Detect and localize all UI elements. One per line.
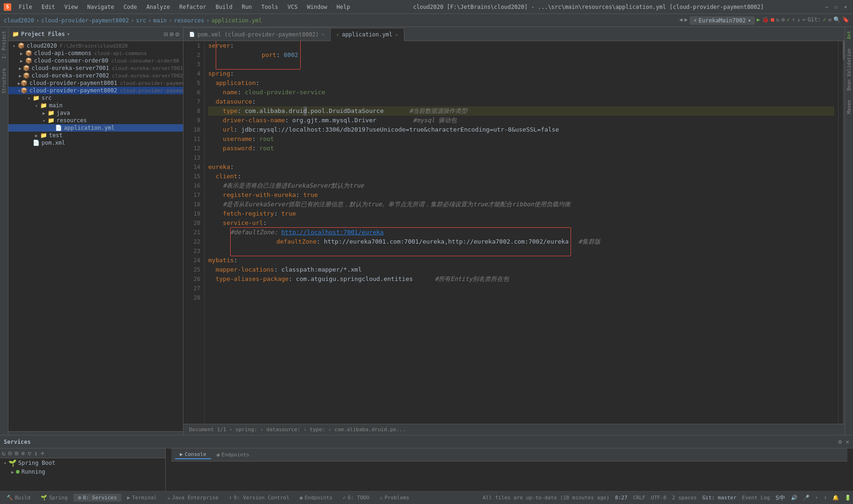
taskbar-problems[interactable]: ⚠ Problems bbox=[375, 494, 414, 502]
tab-endpoints[interactable]: ◉ Endpoints bbox=[212, 451, 254, 459]
menu-view[interactable]: View bbox=[61, 3, 82, 11]
minimap-scrollbar[interactable] bbox=[838, 41, 845, 424]
status-indent[interactable]: 2 spaces bbox=[672, 495, 697, 501]
tree-item-payment8002[interactable]: ▾ 📦 cloud-provider-payment8002 cloud-pro… bbox=[8, 87, 183, 94]
status-charset[interactable]: UTF-8 bbox=[651, 495, 666, 501]
status-line-ending[interactable]: CRLF bbox=[633, 495, 646, 501]
menu-vcs[interactable]: VCS bbox=[284, 3, 302, 11]
menu-analyze[interactable]: Analyze bbox=[142, 3, 174, 11]
tree-item-payment8001[interactable]: ▶ 📦 cloud-provider-payment8001 cloud-pro… bbox=[8, 79, 183, 87]
menu-refactor[interactable]: Refactor bbox=[176, 3, 210, 11]
menu-bar[interactable]: File Edit View Navigate Code Analyze Ref… bbox=[15, 3, 354, 11]
git-compare-icon[interactable]: ⇄ bbox=[828, 16, 832, 25]
taskbar-build[interactable]: 🔨 Build bbox=[2, 494, 35, 502]
stop-button[interactable]: ■ bbox=[771, 16, 774, 25]
tree-item-src[interactable]: ▾ 📁 src bbox=[8, 94, 183, 102]
menu-code[interactable]: Code bbox=[120, 3, 141, 11]
tab-pom-xml[interactable]: 📄 pom.xml (cloud-provider-payment8002) ✕ bbox=[183, 28, 331, 41]
sort-button[interactable]: ↕ bbox=[34, 450, 38, 457]
breadcrumb-root[interactable]: cloud2020 bbox=[4, 17, 34, 24]
tree-item-eureka-7001[interactable]: ▶ 📦 cloud-eureka-server7001 cloud-eureka… bbox=[8, 64, 183, 72]
git-revert-icon[interactable]: ↩ bbox=[802, 16, 805, 25]
menu-run[interactable]: Run bbox=[238, 3, 256, 11]
settings-icon[interactable]: ⚙ bbox=[838, 438, 842, 445]
console-output bbox=[171, 462, 847, 491]
breadcrumb-src[interactable]: src bbox=[136, 17, 146, 24]
window-controls[interactable]: — ☐ ✕ bbox=[823, 3, 849, 11]
menu-navigate[interactable]: Navigate bbox=[84, 3, 118, 11]
project-tab[interactable]: 1: Project bbox=[1, 31, 7, 59]
expand-button[interactable]: ⊞ bbox=[15, 450, 19, 457]
run-button[interactable]: ▶ bbox=[757, 16, 760, 25]
menu-help[interactable]: Help bbox=[333, 3, 354, 11]
search-everywhere-icon[interactable]: 🔍 bbox=[833, 16, 840, 25]
ant-tab[interactable]: Ant bbox=[846, 31, 852, 39]
expand-all-button[interactable]: ⊞ bbox=[169, 30, 173, 38]
tab-console[interactable]: ▶ Console bbox=[175, 450, 211, 459]
menu-tools[interactable]: Tools bbox=[258, 3, 282, 11]
run-config-dropdown[interactable]: ⚡ EurekaMain7002 ▾ bbox=[690, 16, 755, 25]
bookmark-icon[interactable]: 🔖 bbox=[842, 16, 849, 25]
add-button[interactable]: + bbox=[41, 449, 44, 457]
taskbar-spring[interactable]: 🌱 Spring bbox=[36, 494, 72, 502]
breadcrumb-resources[interactable]: resources bbox=[174, 17, 204, 24]
breadcrumb-file[interactable]: application.yml bbox=[211, 17, 262, 24]
taskbar-services[interactable]: ⚙ 8: Services bbox=[73, 494, 121, 502]
maximize-button[interactable]: ☐ bbox=[832, 3, 840, 11]
forward-button[interactable]: ▶ bbox=[684, 16, 688, 25]
tree-item-cloud2020[interactable]: ▾ 📦 cloud2020 F:\JetBrains\cloud2020 bbox=[8, 42, 183, 49]
tree-item-consumer-order80[interactable]: ▶ 📦 cloud-consumer-order80 cloud-consume… bbox=[8, 57, 183, 64]
menu-file[interactable]: File bbox=[15, 3, 36, 11]
taskbar-terminal[interactable]: ▶ Terminal bbox=[122, 494, 162, 502]
spring-boot-tree-item[interactable]: ▾ 🌱 Spring Boot bbox=[0, 458, 165, 468]
tree-item-api-commons[interactable]: ▶ 📦 cloud-api-commons cloud-api-commons bbox=[8, 49, 183, 57]
tab-close-button[interactable]: ✕ bbox=[395, 32, 398, 37]
structure-tab[interactable]: Structure bbox=[1, 68, 7, 93]
git-push-icon[interactable]: ↑ bbox=[792, 16, 795, 25]
taskbar-version-control[interactable]: ↑ 9: Version Control bbox=[224, 494, 294, 502]
close-button[interactable]: ✕ bbox=[842, 3, 849, 11]
tree-item-test[interactable]: ▶ 📁 test bbox=[8, 132, 183, 139]
menu-edit[interactable]: Edit bbox=[38, 3, 59, 11]
comment: #集群版 bbox=[578, 237, 600, 246]
debug-button[interactable]: 🐞 bbox=[762, 16, 769, 25]
group-button[interactable]: ⊕ bbox=[21, 450, 25, 457]
tree-item-pom-xml[interactable]: 📄 pom.xml bbox=[8, 139, 183, 147]
taskbar-java-enterprise[interactable]: ☕ Java Enterprise bbox=[162, 494, 223, 502]
tree-item-java[interactable]: ▶ 📁 java bbox=[8, 109, 183, 117]
bean-validation-tab[interactable]: Bean Validation bbox=[846, 49, 852, 91]
taskbar-endpoints[interactable]: ◉ Endpoints bbox=[295, 494, 337, 502]
horizontal-scrollbar[interactable] bbox=[8, 431, 183, 435]
tree-item-main[interactable]: ▾ 📁 main bbox=[8, 102, 183, 109]
tree-item-application-yml[interactable]: 📄 application.yml bbox=[8, 124, 183, 132]
refresh-button[interactable]: ↻ bbox=[2, 450, 6, 457]
menu-build[interactable]: Build bbox=[212, 3, 236, 11]
dropdown-arrow-icon[interactable]: ▾ bbox=[67, 31, 70, 37]
tab-application-yml[interactable]: ⚡ application.yml ✕ bbox=[331, 28, 404, 41]
chinese-input-icon: S中 bbox=[775, 494, 785, 502]
code-editor[interactable]: server: port: 8002 spring: appl bbox=[204, 41, 838, 424]
sync-button[interactable]: ↻ bbox=[776, 16, 779, 25]
bottom-panel-actions[interactable]: ⚙ ✕ bbox=[838, 438, 849, 445]
running-tree-item[interactable]: ▶ Running bbox=[0, 468, 165, 476]
tree-item-resources[interactable]: ▾ 📁 resources bbox=[8, 117, 183, 124]
breadcrumb-module[interactable]: cloud-provider-payment8002 bbox=[41, 17, 129, 24]
status-event-log[interactable]: Event Log bbox=[742, 495, 770, 501]
settings-button[interactable]: ⚙ bbox=[781, 16, 784, 25]
git-pull-icon[interactable]: ↓ bbox=[797, 16, 800, 25]
collapse-button[interactable]: ⊟ bbox=[8, 450, 12, 457]
tree-item-eureka-7002[interactable]: ▶ 📦 cloud-eureka-server7002 cloud-eureka… bbox=[8, 72, 183, 79]
minimize-button[interactable]: — bbox=[823, 3, 831, 11]
tab-close-button[interactable]: ✕ bbox=[322, 32, 324, 37]
status-position[interactable]: 8:27 bbox=[615, 495, 627, 501]
menu-window[interactable]: Window bbox=[303, 3, 331, 11]
close-icon[interactable]: ✕ bbox=[846, 438, 849, 445]
maven-tab[interactable]: Maven bbox=[846, 100, 852, 114]
breadcrumb-main[interactable]: main bbox=[153, 17, 167, 24]
settings-icon[interactable]: ⚙ bbox=[176, 30, 179, 38]
back-button[interactable]: ◀ bbox=[679, 16, 683, 25]
collapse-all-button[interactable]: ⊟ bbox=[164, 30, 168, 38]
project-panel-actions[interactable]: ⊟ ⊞ ⚙ bbox=[164, 30, 179, 38]
filter-button[interactable]: ▽ bbox=[28, 450, 31, 457]
taskbar-todo[interactable]: ✓ 6: TODO bbox=[338, 494, 374, 502]
